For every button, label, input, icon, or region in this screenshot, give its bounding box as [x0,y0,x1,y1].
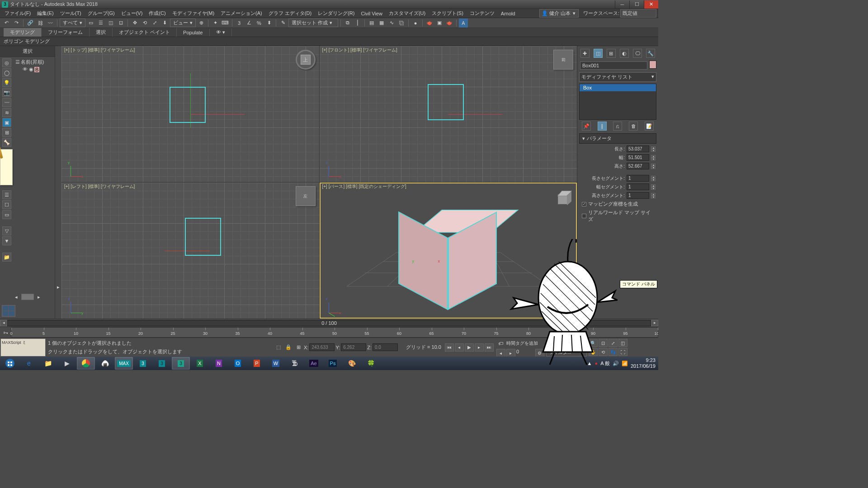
key-step-right[interactable]: ▸ [506,349,515,357]
task-excel-icon[interactable]: X [191,357,209,370]
ribbon-tab-objectpaint[interactable]: オブジェクト ペイント [113,28,177,37]
task-clover-icon[interactable]: 🍀 [362,357,380,370]
timetag-icon[interactable]: 🏷 [496,339,505,348]
task-outlook-icon[interactable]: O [229,357,247,370]
menu-modifier[interactable]: モディファイヤ(M) [170,9,217,18]
menu-file[interactable]: ファイル(F) [2,9,33,18]
link-button[interactable]: 🔗 [26,19,35,28]
next-frame-button[interactable]: ▸ [651,320,658,326]
rollout-parameters[interactable]: ▾ パラメータ [579,133,656,144]
task-ie-icon[interactable]: e [20,357,38,370]
pin-stack-icon[interactable]: 📌 [582,122,591,131]
folder-icon[interactable]: 📁 [2,253,11,262]
window-crossing-button[interactable]: ⊡ [116,19,125,28]
select-object-button[interactable]: ▭ [86,19,95,28]
width-input[interactable]: 51.501 [627,154,649,161]
snap-button[interactable]: 3 [235,19,244,28]
percent-snap-button[interactable]: % [255,19,264,28]
wseg-input[interactable]: 1 [627,183,649,190]
key-filter-button[interactable]: フィルタ... [546,348,587,357]
length-spinner[interactable]: ▴▾ [651,146,656,152]
a360-button[interactable]: A [459,19,468,28]
workspace-dropdown[interactable]: 既定値 [620,9,656,18]
render-frame-button[interactable]: ▣ [435,19,444,28]
menu-group[interactable]: グループ(G) [85,9,118,18]
task-media-icon[interactable]: ▶ [58,357,76,370]
align-button[interactable]: ⎮ [353,19,362,28]
task-ae-icon[interactable]: Ae [305,357,323,370]
menu-create[interactable]: 作成(C) [146,9,168,18]
walk-button[interactable]: 👣 [609,348,618,356]
object-name-field[interactable]: Box001 [580,61,647,70]
menu-script[interactable]: スクリプト(S) [429,9,466,18]
zoom-button[interactable]: 🔍 [589,339,598,347]
hseg-spinner[interactable]: ▴▾ [651,193,656,198]
create-tab-icon[interactable]: ✚ [580,49,590,58]
render-setup-button[interactable]: 🫖 [425,19,434,28]
viewcube-persp[interactable] [555,191,571,207]
curve-editor-button[interactable]: ∿ [387,19,396,28]
maximize-button[interactable]: ☐ [629,0,644,9]
filter-groups-icon[interactable]: ▣ [2,118,11,127]
task-3dsmax-icon[interactable]: MAX [115,357,133,370]
manipulate-button[interactable]: ✦ [211,19,220,28]
time-ruler[interactable]: 🗝 05101520253035404550556065707580859095… [0,327,658,338]
isolate-icon[interactable]: ⬚ [274,343,283,352]
filter-shapes-icon[interactable]: ◯ [2,68,11,77]
layer-explorer-button[interactable]: ▤ [367,19,376,28]
utilities-tab-icon[interactable]: 🔧 [646,49,655,58]
realworld-map-checkbox[interactable]: リアルワールド マップ サイズ [578,208,657,224]
keyboard-shortcut-button[interactable]: ⌨ [221,19,230,28]
gen-mapping-checkbox[interactable]: ✓マッピング座標を生成 [578,200,657,208]
width-spinner[interactable]: ▴▾ [651,155,656,160]
task-chrome-icon[interactable] [77,357,95,370]
material-editor-button[interactable]: ● [411,19,420,28]
transform-type-icon[interactable]: ⊞ [294,343,303,352]
pivot-button[interactable]: ⊕ [197,19,206,28]
goto-start-button[interactable]: ⏮ [445,343,454,352]
list-none-icon[interactable]: ☐ [2,200,11,209]
bind-spacewarp-button[interactable]: 〰 [46,19,55,28]
render-button[interactable]: 🫖 [445,19,454,28]
hseg-input[interactable]: 1 [627,192,649,199]
task-explorer-icon[interactable]: 📁 [39,357,57,370]
scroll-right-icon[interactable]: ▸ [34,292,43,301]
move-button[interactable]: ✥ [130,19,139,28]
task-3dsmax2-icon[interactable]: 3 [134,357,152,370]
menu-graph[interactable]: グラフ エディタ(D) [266,9,314,18]
lock-icon[interactable]: 🔒 [284,343,293,352]
length-input[interactable]: 53.037 [627,145,649,152]
coord-y-input[interactable]: 6.262 [341,343,366,351]
user-account-dropdown[interactable]: 👤 健介 山本 ▾ [539,9,579,18]
list-invert-icon[interactable]: ▭ [2,210,11,219]
zoom-region-button[interactable]: ◫ [618,339,627,347]
zoom-all-button[interactable]: ⊡ [599,339,608,347]
filter-geometry-icon[interactable]: ◎ [2,58,11,67]
filter-cameras-icon[interactable]: 📷 [2,88,11,97]
ribbon-tab-selection[interactable]: 選択 [90,28,113,37]
coord-z-input[interactable]: 0.0 [373,343,398,351]
modify-tab-icon[interactable]: ◫ [594,49,603,58]
list-all-icon[interactable]: ☰ [2,190,11,199]
redo-button[interactable]: ↷ [12,19,21,28]
menu-civil[interactable]: Civil View [358,10,385,17]
ribbon-tab-eye[interactable]: 👁 ▾ [210,28,232,36]
time-config-button[interactable]: ⚙ [535,349,544,357]
ribbon-tab-modeling[interactable]: モデリング [4,28,42,37]
key-mode-icon[interactable]: 🗝 [0,327,11,338]
make-unique-icon[interactable]: ⎌ [613,122,622,131]
task-3dsmax4-icon[interactable]: 3 [172,357,190,370]
goto-end-button[interactable]: ⏭ [485,343,494,352]
frame-input[interactable]: 0 [516,349,534,357]
object-color-swatch[interactable] [649,61,656,69]
lseg-input[interactable]: 1 [627,175,649,182]
filter-funnel-icon[interactable]: ▽ [2,226,11,235]
viewcube-top[interactable]: 上 [296,50,316,70]
menu-content[interactable]: コンテンツ [467,9,497,18]
motion-tab-icon[interactable]: ◐ [620,49,629,58]
viewcube-front[interactable]: 前 [553,50,573,70]
hierarchy-tab-icon[interactable]: ⊞ [607,49,616,58]
height-spinner[interactable]: ▴▾ [651,164,656,169]
schematic-button[interactable]: ⿻ [397,19,406,28]
spinner-snap-button[interactable]: ⬍ [264,19,274,28]
